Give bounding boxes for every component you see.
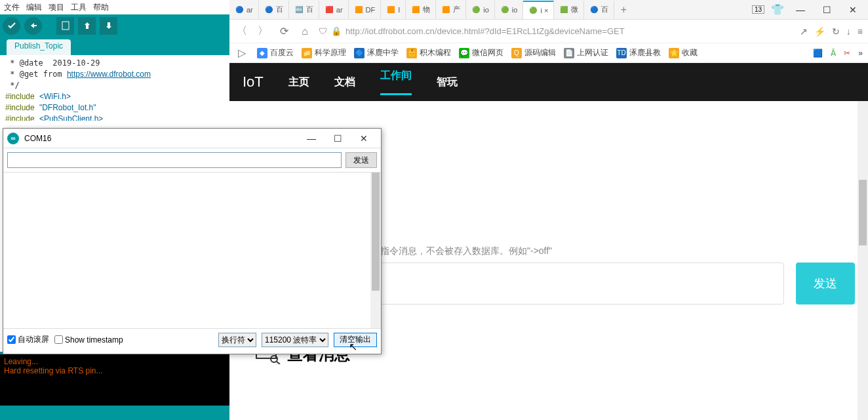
baud-select[interactable]: 115200 波特率 — [262, 333, 328, 347]
bookmark-icon: ⭐ — [669, 48, 679, 58]
browser-tab[interactable]: 🟧I — [381, 1, 406, 19]
minimize-button[interactable]: — — [298, 129, 325, 148]
bookmark-item[interactable]: TD涿鹿县教 — [616, 47, 661, 58]
bookmark-item[interactable]: ◆百度云 — [257, 47, 294, 58]
new-button[interactable] — [56, 17, 74, 35]
shield-icon: 🛡 — [319, 26, 327, 36]
tab-label: io — [512, 6, 518, 14]
bookmark-item[interactable]: 📁科学原理 — [302, 47, 346, 58]
bookmark-item[interactable]: 💬微信网页 — [459, 47, 503, 58]
bookmark-play-icon[interactable]: ▷ — [235, 46, 249, 60]
bookmark-label: 科学原理 — [315, 47, 346, 58]
upload-button[interactable] — [24, 17, 42, 35]
tab-label: 物 — [423, 5, 430, 14]
tab-favicon: 🟧 — [441, 5, 450, 14]
tab-label: 产 — [453, 5, 460, 14]
browser-tab[interactable]: 🟢i × — [523, 1, 554, 19]
ide-menubar[interactable]: 文件 编辑 项目 工具 帮助 — [0, 0, 229, 14]
bookmark-icon: 💬 — [459, 48, 469, 58]
page-scrollbar[interactable] — [858, 101, 868, 420]
tab-count-badge[interactable]: 13 — [752, 5, 764, 14]
tab-label: 百 — [306, 5, 313, 14]
scissors-icon[interactable]: ✂ — [844, 49, 850, 58]
verify-button[interactable] — [3, 17, 20, 35]
ide-toolbar — [0, 14, 229, 37]
flash-icon[interactable]: ⚡ — [814, 26, 825, 37]
console-line: Hard resetting via RTS pin... — [4, 366, 226, 375]
bookmark-icon: 📁 — [302, 48, 312, 58]
bookmark-item[interactable]: 👶积木编程 — [406, 47, 451, 58]
open-button[interactable] — [78, 17, 96, 35]
maximize-button[interactable]: ☐ — [325, 129, 351, 148]
new-tab-button[interactable]: + — [614, 4, 633, 16]
serial-send-button[interactable]: 发送 — [345, 152, 377, 168]
bookmark-item[interactable]: ⭐收藏 — [669, 47, 698, 58]
expand-icon[interactable]: » — [858, 49, 863, 58]
bookmarks-bar: ▷◆百度云📁科学原理🔷涿鹿中学👶积木编程💬微信网页Q源码编辑📄上网认证TD涿鹿县… — [229, 43, 868, 63]
bookmark-icon: ◆ — [257, 48, 267, 58]
site-nav: IoT 主页 文档 工作间 智玩 — [229, 63, 868, 101]
share-icon[interactable]: ↗ — [800, 26, 808, 37]
menu-sketch[interactable]: 项目 — [49, 2, 64, 12]
address-bar[interactable]: 🛡 🔒 http://iot.dfrobot.com.cn/device.htm… — [319, 26, 793, 36]
browser-minimize-button[interactable]: — — [791, 5, 810, 15]
browser-tab[interactable]: 🔵百 — [584, 1, 614, 19]
bookmark-item[interactable]: 📄上网认证 — [564, 47, 608, 58]
reload-button[interactable]: ⟳ — [277, 24, 291, 39]
menu-icon[interactable]: ≡ — [858, 26, 863, 37]
serial-input[interactable] — [7, 152, 342, 168]
serial-output-area[interactable] — [3, 172, 381, 328]
browser-close-button[interactable]: ✕ — [843, 5, 863, 15]
serial-titlebar[interactable]: ∞ COM16 — ☐ ✕ — [3, 129, 381, 148]
browser-tab[interactable]: 🟧产 — [436, 1, 466, 19]
line-ending-select[interactable]: 换行符 — [218, 333, 256, 347]
back-button[interactable]: 〈 — [235, 24, 249, 39]
serial-title: COM16 — [24, 134, 298, 143]
ide-statusbar — [0, 406, 229, 420]
close-button[interactable]: ✕ — [351, 129, 377, 148]
autoscroll-checkbox[interactable]: 自动滚屏 — [7, 334, 49, 345]
browser-tab[interactable]: 🟥ar — [319, 1, 349, 19]
bookmark-item[interactable]: 🔷涿鹿中学 — [354, 47, 399, 58]
serial-bottom-bar: 自动滚屏 Show timestamp 换行符 115200 波特率 清空输出 — [3, 328, 381, 350]
nav-docs[interactable]: 文档 — [334, 75, 355, 89]
tab-favicon: 🔵 — [264, 5, 273, 14]
tab-favicon: 🟢 — [528, 6, 538, 15]
browser-tab[interactable]: 🟢io — [466, 1, 495, 19]
ide-console: Leaving... Hard resetting via RTS pin... — [0, 354, 229, 406]
address-bar-row: 〈 〉 ⟳ ⌂ 🛡 🔒 http://iot.dfrobot.com.cn/de… — [229, 20, 868, 43]
tshirt-icon[interactable]: 👕 — [771, 3, 784, 16]
nav-home[interactable]: 主页 — [288, 75, 309, 89]
forward-button[interactable]: 〉 — [256, 24, 270, 39]
tab-label: ar — [336, 6, 343, 14]
menu-file[interactable]: 文件 — [4, 2, 20, 12]
send-message-button[interactable]: 发送 — [796, 262, 855, 304]
extension-icon[interactable]: 🟦 — [813, 49, 823, 58]
menu-help[interactable]: 帮助 — [93, 2, 109, 12]
svg-line-3 — [277, 362, 280, 364]
browser-tab[interactable]: 🟧物 — [406, 1, 436, 19]
nav-workspace[interactable]: 工作间 — [380, 69, 412, 95]
browser-tab[interactable]: 🔵ar — [229, 1, 259, 19]
nav-play[interactable]: 智玩 — [437, 75, 458, 89]
browser-tab[interactable]: 🟩微 — [554, 1, 584, 19]
timestamp-checkbox[interactable]: Show timestamp — [54, 335, 123, 345]
save-button[interactable] — [100, 17, 117, 35]
download-icon[interactable]: ↓ — [846, 26, 851, 37]
bookmark-item[interactable]: Q源码编辑 — [511, 47, 556, 58]
bookmark-icon: 🔷 — [354, 48, 365, 58]
browser-tab[interactable]: 🟧DF — [349, 1, 382, 19]
browser-tab[interactable]: 🔵百 — [259, 1, 289, 19]
browser-tab[interactable]: 🟢io — [495, 1, 524, 19]
browser-tab[interactable]: 🔤百 — [289, 1, 319, 19]
code-editor[interactable]: * @date 2019-10-29 * @get from https://w… — [0, 55, 229, 121]
scrollbar-vertical[interactable] — [370, 173, 381, 328]
refresh-icon[interactable]: ↻ — [832, 26, 840, 37]
extension-icon[interactable]: Ȃ — [831, 49, 836, 58]
menu-tools[interactable]: 工具 — [71, 2, 87, 12]
home-button[interactable]: ⌂ — [298, 24, 312, 39]
browser-maximize-button[interactable]: ☐ — [817, 5, 837, 15]
ide-tab[interactable]: Publish_Topic — [7, 39, 71, 55]
menu-edit[interactable]: 编辑 — [26, 2, 42, 12]
tab-label: ar — [247, 6, 253, 14]
